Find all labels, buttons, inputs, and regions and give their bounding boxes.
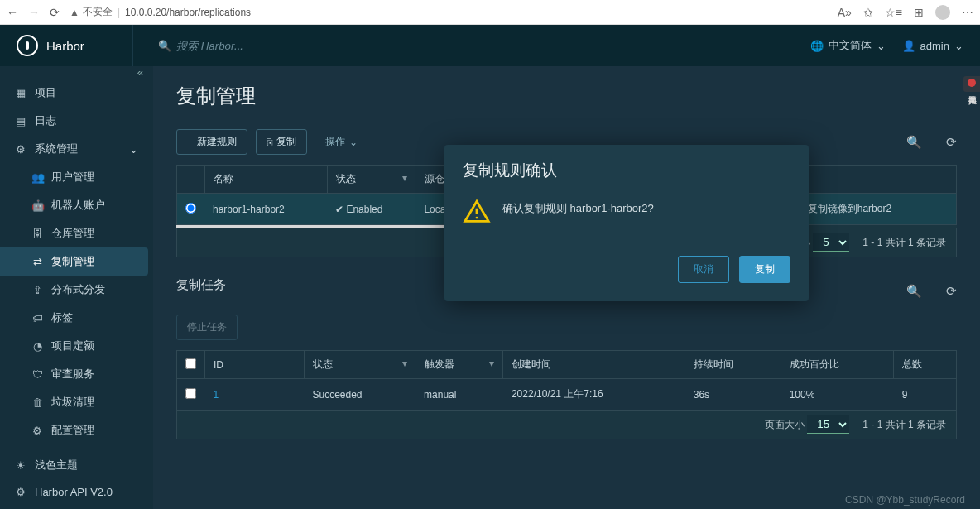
sidebar-item-robot[interactable]: 🤖机器人账户 [0,191,153,219]
sidebar-item-label: 项目 [35,85,56,100]
table-row[interactable]: 1 Succeeded manual 2022/10/21 上午7:16 36s… [177,379,957,411]
col-created[interactable]: 创建时间 [503,351,685,379]
cell-created: 2022/10/21 上午7:16 [503,379,685,411]
button-label: 操作 [325,135,345,149]
select-all-checkbox[interactable] [185,358,196,369]
share-icon: ⇪ [31,284,43,296]
col-name[interactable]: 名称 [204,166,327,194]
replication-icon: ⇄ [31,256,43,268]
page-size-select[interactable]: 5 [813,233,849,252]
sidebar-item-label: 分布式分发 [51,282,105,297]
refresh-icon[interactable]: ⟳ [946,135,957,150]
sidebar-item-config[interactable]: ⚙配置管理 [0,416,153,444]
tasks-toolbar: 停止任务 [176,315,957,340]
global-search[interactable]: 🔍 [132,25,810,66]
new-rule-button[interactable]: +新建规则 [176,129,247,155]
cancel-button[interactable]: 取消 [678,256,729,283]
read-aloud-icon[interactable]: A» [838,6,852,19]
chevron-down-icon: ⌄ [129,143,138,156]
dialog-title: 复制规则确认 [444,145,809,190]
search-input[interactable] [176,40,425,52]
sidebar-item-gc[interactable]: 🗑垃圾清理 [0,388,153,416]
logo[interactable]: Harbor [17,35,132,56]
users-icon: 👥 [31,171,43,184]
side-float-tab[interactable]: 拖田共篇 [963,76,980,92]
col-duration[interactable]: 持续时间 [685,351,781,379]
sidebar-item-quotas[interactable]: ◔项目定额 [0,332,153,360]
page-title: 复制管理 [176,83,957,109]
forward-icon[interactable]: → [28,6,40,19]
theme-toggle[interactable]: ☀浅色主题 [0,451,153,479]
sidebar-item-label: 标签 [51,310,73,325]
sidebar-item-distribution[interactable]: ⇪分布式分发 [0,276,153,304]
sidebar-item-labels[interactable]: 🏷标签 [0,304,153,332]
language-switcher[interactable]: 🌐 中文简体 ⌄ [810,38,886,53]
sidebar-item-replication[interactable]: ⇄复制管理 [0,247,148,276]
user-icon: 👤 [902,40,915,52]
replicate-button[interactable]: ⎘复制 [256,129,307,155]
col-status[interactable]: 状态▾ [327,166,416,194]
sidebar-item-users[interactable]: 👥用户管理 [0,163,153,191]
gauge-icon: ◔ [31,340,43,353]
filter-icon[interactable]: ▾ [402,172,407,184]
svg-point-1 [476,217,478,219]
sidebar-item-label: 垃圾清理 [51,395,94,410]
button-label: 新建规则 [197,135,237,149]
search-icon[interactable]: 🔍 [906,135,922,150]
url-bar[interactable]: ▲ 不安全 | 10.0.0.20/harbor/replications [70,5,828,19]
refresh-icon[interactable]: ⟳ [946,284,957,299]
cell-status: Succeeded [305,379,416,411]
sidebar-item-admin[interactable]: ⚙系统管理 ⌄ [0,135,153,163]
sidebar-item-label: 仓库管理 [51,226,94,241]
select-all-col[interactable] [177,351,205,379]
sidebar-item-label: 复制管理 [51,254,94,269]
product-name: Harbor [46,39,84,53]
admin-icon: ⚙ [15,143,26,156]
star-icon[interactable]: ✩ [863,6,873,19]
sidebar-item-label: 配置管理 [51,423,94,438]
insecure-label: 不安全 [83,5,113,19]
cell-status: ✔ Enabled [327,194,416,225]
action-dropdown[interactable]: 操作 ⌄ [315,130,368,154]
collections-icon[interactable]: ⊞ [914,6,924,19]
col-trigger[interactable]: 触发器▾ [416,351,503,379]
sidebar-item-label: 日志 [35,113,56,128]
tag-icon: 🏷 [31,312,43,324]
filter-icon[interactable]: ▾ [402,358,407,369]
sidebar-item-interrogation[interactable]: 🛡审查服务 [0,360,153,388]
row-checkbox[interactable] [185,388,196,399]
task-id-link[interactable]: 1 [214,389,219,401]
api-link[interactable]: ⚙Harbor API V2.0 [0,479,153,505]
sidebar-item-logs[interactable]: ▤日志 [0,107,153,135]
col-success[interactable]: 成功百分比 [781,351,894,379]
row-radio[interactable] [185,203,196,214]
trash-icon: 🗑 [31,396,43,409]
back-icon[interactable]: ← [7,6,18,19]
page-size-select[interactable]: 15 [807,415,849,434]
dialog-message: 确认复制规则 harbor1-harbor2? [502,198,654,216]
insecure-badge: ▲ 不安全 [70,5,113,19]
col-id[interactable]: ID [205,351,305,379]
more-icon[interactable]: ⋯ [962,6,973,19]
sidebar-item-label: 审查服务 [51,367,94,382]
page-info: 1 - 1 共计 1 条记录 [862,418,946,432]
sun-icon: ☀ [15,459,26,472]
col-status[interactable]: 状态▾ [305,351,416,379]
user-menu[interactable]: 👤 admin ⌄ [902,40,963,52]
projects-icon: ▦ [15,87,26,99]
favorites-icon[interactable]: ☆≡ [885,6,902,19]
reload-icon[interactable]: ⟳ [50,6,60,19]
tasks-pagination: 页面大小 15 1 - 1 共计 1 条记录 [176,411,957,439]
sidebar-item-registry[interactable]: 🗄仓库管理 [0,219,153,247]
search-icon[interactable]: 🔍 [906,284,922,299]
logs-icon: ▤ [15,115,26,127]
sidebar-collapse-button[interactable]: « [0,66,153,79]
plus-icon: + [187,137,193,148]
filter-icon[interactable]: ▾ [489,358,494,369]
sidebar-item-projects[interactable]: ▦项目 [0,79,153,107]
col-total[interactable]: 总数 [894,351,957,379]
tasks-title: 复制任务 [176,277,226,293]
api-icon: ⚙ [15,486,26,498]
profile-avatar[interactable] [935,5,950,20]
confirm-button[interactable]: 复制 [739,256,790,283]
